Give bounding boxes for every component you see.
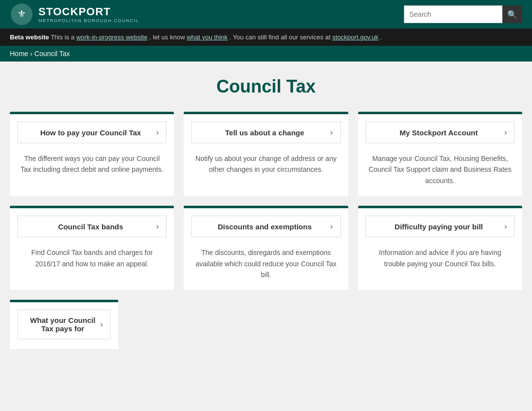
breadcrumb-home[interactable]: Home (10, 50, 28, 58)
work-in-progress-link[interactable]: work-in-progress website (76, 33, 148, 41)
card-link-0[interactable]: How to pay your Council Tax › (17, 122, 166, 143)
site-header: ⚜ STOCKPORT Metropolitan Borough Council… (0, 0, 532, 29)
breadcrumb-current: Council Tax (34, 50, 70, 58)
card-label-3: Council Tax bands (25, 222, 156, 231)
card-link-4[interactable]: Discounts and exemptions › (191, 216, 340, 237)
beta-text1: This is a (51, 33, 74, 41)
beta-text3: . You can still find all our services at (230, 33, 331, 41)
card-label-0: How to pay your Council Tax (25, 128, 156, 137)
card-chevron-icon-4: › (330, 222, 332, 231)
card-2: My Stockport Account › Manage your Counc… (358, 112, 522, 196)
card-link-3[interactable]: Council Tax bands › (17, 216, 166, 237)
card-label-4: Discounts and exemptions (199, 222, 330, 231)
bottom-card-label: What your Council Tax pays for (25, 316, 100, 333)
card-1: Tell us about a change › Notify us about… (184, 112, 348, 196)
breadcrumb-separator: › (30, 50, 34, 58)
card-5: Difficulty paying your bill › Informatio… (358, 206, 522, 290)
card-3: Council Tax bands › Find Council Tax ban… (10, 206, 174, 290)
beta-text2: , let us know (149, 33, 185, 41)
card-description-0: The different ways you can pay your Coun… (10, 153, 174, 175)
bottom-card-chevron-icon: › (100, 320, 103, 329)
bottom-card-link[interactable]: What your Council Tax pays for › (17, 310, 111, 339)
card-link-1[interactable]: Tell us about a change › (191, 122, 340, 143)
logo-title: STOCKPORT (38, 5, 139, 18)
card-label-5: Difficulty paying your bill (373, 222, 504, 231)
search-icon: 🔍 (507, 10, 517, 19)
beta-text4: . (380, 33, 382, 41)
page-title: Council Tax (10, 76, 522, 97)
council-logo-icon: ⚜ (10, 2, 33, 26)
card-chevron-icon-2: › (504, 128, 507, 137)
card-chevron-icon-1: › (330, 128, 332, 137)
breadcrumb: Home › Council Tax (0, 46, 532, 62)
what-you-think-link[interactable]: what you think (187, 33, 228, 41)
logo-text: STOCKPORT Metropolitan Borough Council (38, 5, 139, 23)
search-input[interactable] (404, 5, 502, 23)
search-form: 🔍 (404, 5, 522, 23)
bottom-card: What your Council Tax pays for › (10, 300, 118, 349)
card-link-2[interactable]: My Stockport Account › (366, 122, 515, 143)
card-description-4: The discounts, disregards and exemptions… (184, 247, 348, 280)
card-label-2: My Stockport Account (373, 128, 504, 137)
logo-area: ⚜ STOCKPORT Metropolitan Borough Council (10, 2, 139, 26)
cards-grid: How to pay your Council Tax › The differ… (10, 112, 522, 290)
logo-subtitle: Metropolitan Borough Council (38, 18, 139, 23)
card-description-5: Information and advice if you are having… (358, 247, 522, 269)
search-button[interactable]: 🔍 (502, 5, 522, 23)
card-description-2: Manage your Council Tax, Housing Benefit… (358, 153, 522, 186)
main-content: Council Tax How to pay your Council Tax … (0, 62, 532, 369)
card-link-5[interactable]: Difficulty paying your bill › (366, 216, 515, 237)
card-description-3: Find Council Tax bands and charges for 2… (10, 247, 174, 269)
card-description-1: Notify us about your change of address o… (184, 153, 348, 175)
beta-bar: Beta website This is a work-in-progress … (0, 29, 532, 46)
svg-text:⚜: ⚜ (17, 8, 26, 19)
card-chevron-icon-3: › (156, 222, 159, 231)
card-chevron-icon-5: › (504, 222, 507, 231)
card-0: How to pay your Council Tax › The differ… (10, 112, 174, 196)
beta-label: Beta website (10, 33, 49, 41)
card-4: Discounts and exemptions › The discounts… (184, 206, 348, 290)
bottom-card-area: What your Council Tax pays for › (10, 300, 522, 349)
card-chevron-icon-0: › (156, 128, 159, 137)
card-label-1: Tell us about a change (199, 128, 330, 137)
stockport-gov-link[interactable]: stockport.gov.uk (332, 33, 379, 41)
